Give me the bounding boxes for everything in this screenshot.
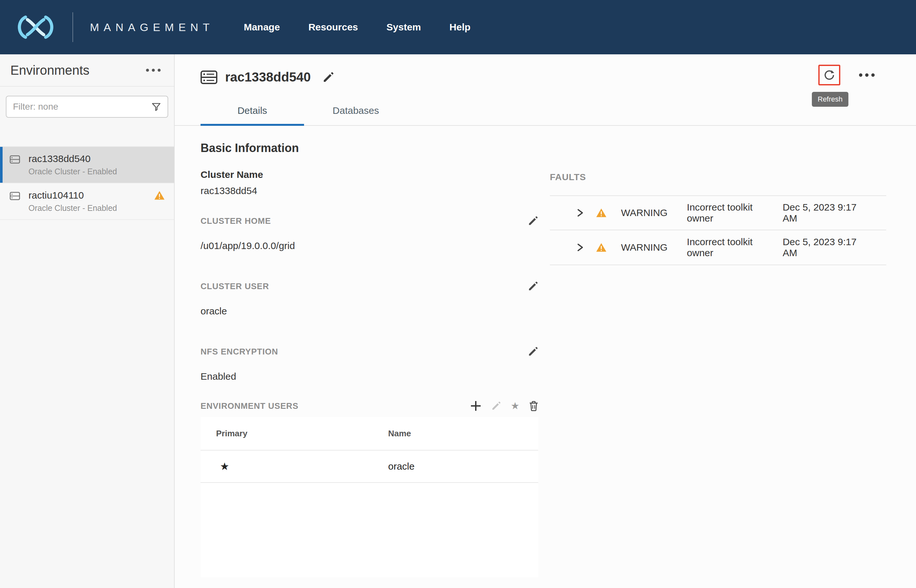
environment-filter-input[interactable]: [13, 102, 151, 112]
environment-users-label: ENVIRONMENT USERS: [200, 401, 299, 411]
environments-sidebar: Environments rac1338dd540 Oracle Cluster…: [0, 54, 174, 588]
fault-severity: WARNING: [621, 242, 673, 253]
environment-list: rac1338dd540 Oracle Cluster - Enabled ra…: [0, 146, 174, 220]
brand-title: MANAGEMENT: [90, 21, 214, 34]
star-icon: ★: [220, 460, 229, 472]
main-nav: Manage Resources System Help: [244, 22, 471, 33]
cluster-user-value: oracle: [200, 305, 538, 317]
pencil-icon: [528, 346, 538, 357]
fault-row[interactable]: WARNING Incorrect toolkit owner Dec 5, 2…: [550, 195, 886, 230]
delphix-management-app: MANAGEMENT Manage Resources System Help …: [0, 0, 916, 588]
nfs-encryption-label: NFS ENCRYPTION: [200, 347, 278, 357]
environment-users-toolbar: ★: [470, 400, 538, 412]
environment-users-section: ENVIRONMENT USERS ★: [200, 400, 538, 577]
environment-users-table: Primary Name ★ oracle: [200, 417, 538, 577]
trash-icon: [529, 401, 538, 411]
refresh-tooltip: Refresh: [812, 92, 848, 107]
chevron-right-icon[interactable]: [576, 243, 584, 252]
user-name-cell: oracle: [388, 461, 538, 472]
nav-resources[interactable]: Resources: [308, 22, 358, 33]
environment-item-rac1338dd540[interactable]: rac1338dd540 Oracle Cluster - Enabled: [0, 146, 174, 183]
nfs-encryption-value: Enabled: [200, 371, 538, 382]
cluster-home-value: /u01/app/19.0.0.0/grid: [200, 240, 538, 251]
edit-environment-name-button[interactable]: [323, 71, 334, 83]
edit-user-button[interactable]: [491, 401, 501, 411]
column-header-primary: Primary: [200, 428, 388, 439]
tab-bar: Details Databases: [174, 96, 916, 126]
fault-severity: WARNING: [621, 207, 673, 218]
nav-system[interactable]: System: [386, 22, 421, 33]
faults-panel: FAULTS WARNING Incorrect toolkit owner D…: [550, 172, 886, 265]
filter-box: [6, 96, 168, 118]
warning-triangle-icon: [596, 242, 607, 252]
filter-icon[interactable]: [151, 102, 161, 111]
cluster-user-section: CLUSTER USER oracle: [200, 281, 538, 317]
set-primary-user-button[interactable]: ★: [511, 401, 519, 411]
navbar-divider: [73, 12, 73, 42]
top-navbar: MANAGEMENT Manage Resources System Help: [0, 0, 916, 54]
environment-name: ractiu104110: [29, 190, 152, 201]
faults-list: WARNING Incorrect toolkit owner Dec 5, 2…: [550, 195, 886, 265]
plus-icon: [470, 400, 481, 412]
column-header-name: Name: [388, 428, 538, 439]
nfs-encryption-section: NFS ENCRYPTION Enabled: [200, 346, 538, 382]
environment-subtitle: Oracle Cluster - Enabled: [29, 167, 152, 176]
edit-cluster-home-button[interactable]: [528, 216, 538, 226]
warning-triangle-icon: [154, 191, 165, 200]
ellipsis-icon: [145, 68, 161, 72]
page-title: rac1338dd540: [225, 70, 311, 84]
more-actions-button[interactable]: [857, 69, 877, 81]
pencil-icon: [528, 281, 538, 291]
cluster-home-section: CLUSTER HOME /u01/app/19.0.0.0/grid: [200, 216, 538, 251]
server-icon: [10, 155, 20, 164]
pencil-icon: [323, 71, 334, 83]
warning-triangle-icon: [596, 208, 607, 218]
environment-item-ractiu104110[interactable]: ractiu104110 Oracle Cluster - Enabled: [0, 183, 174, 220]
nav-manage[interactable]: Manage: [244, 22, 280, 33]
sidebar-header: Environments: [0, 54, 174, 87]
main-header: rac1338dd540 Refresh: [174, 54, 916, 84]
environment-name: rac1338dd540: [29, 153, 152, 164]
cluster-home-label: CLUSTER HOME: [200, 216, 271, 226]
faults-heading: FAULTS: [550, 172, 886, 183]
tab-details[interactable]: Details: [200, 96, 304, 125]
table-row[interactable]: ★ oracle: [200, 451, 538, 483]
header-actions: Refresh: [818, 65, 877, 86]
edit-cluster-user-button[interactable]: [528, 281, 538, 291]
sidebar-title: Environments: [10, 63, 90, 78]
server-icon: [200, 71, 217, 84]
table-header: Primary Name: [200, 417, 538, 451]
fault-row[interactable]: WARNING Incorrect toolkit owner Dec 5, 2…: [550, 230, 886, 265]
refresh-icon: [823, 69, 836, 81]
edit-nfs-encryption-button[interactable]: [528, 346, 538, 357]
star-icon: ★: [511, 401, 519, 411]
fault-description: Incorrect toolkit owner: [687, 202, 771, 224]
cluster-user-label: CLUSTER USER: [200, 281, 269, 291]
delphix-logo-icon: [13, 14, 58, 41]
refresh-button[interactable]: Refresh: [818, 65, 840, 86]
chevron-right-icon[interactable]: [576, 208, 584, 217]
delete-user-button[interactable]: [529, 401, 538, 411]
pencil-icon: [528, 216, 538, 226]
pencil-icon: [491, 401, 501, 411]
server-icon: [10, 192, 20, 200]
add-user-button[interactable]: [470, 400, 481, 412]
filter-row: [0, 87, 174, 128]
fault-date: Dec 5, 2023 9:17 AM: [783, 202, 863, 224]
fault-description: Incorrect toolkit owner: [687, 236, 771, 258]
ellipsis-icon: [858, 73, 875, 77]
sidebar-menu-button[interactable]: [144, 66, 162, 75]
tab-databases[interactable]: Databases: [304, 96, 407, 125]
basic-information-heading: Basic Information: [200, 141, 916, 155]
fault-date: Dec 5, 2023 9:17 AM: [783, 236, 863, 258]
nav-help[interactable]: Help: [449, 22, 471, 33]
environment-subtitle: Oracle Cluster - Enabled: [29, 204, 152, 213]
main-panel: rac1338dd540 Refresh Details Databases B…: [174, 54, 916, 588]
